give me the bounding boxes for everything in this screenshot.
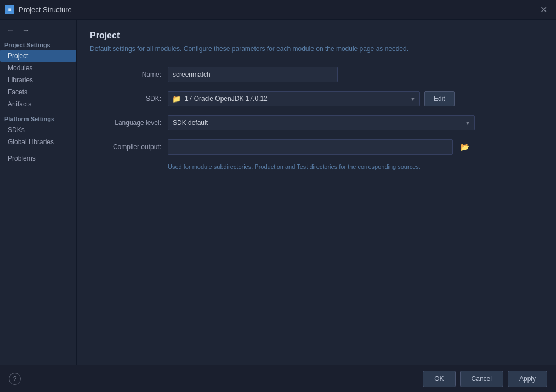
sdk-row: SDK: 📁 17 Oracle OpenJDK 17.0.12 ▼ Edit: [90, 91, 543, 106]
compiler-output-label: Compiler output:: [90, 143, 161, 151]
sidebar: ← → Project Settings Project Modules Lib…: [0, 20, 77, 365]
compiler-output-input[interactable]: [168, 139, 453, 155]
app-icon: ≡: [5, 5, 14, 14]
sidebar-item-artifacts[interactable]: Artifacts: [0, 98, 76, 110]
sdk-folder-icon: 📁: [172, 94, 181, 103]
sidebar-item-global-libraries[interactable]: Global Libraries: [0, 136, 76, 148]
sidebar-item-problems[interactable]: Problems: [0, 152, 76, 164]
language-level-select[interactable]: SDK default: [168, 115, 475, 130]
sidebar-item-project[interactable]: Project: [0, 50, 76, 62]
sidebar-item-modules[interactable]: Modules: [0, 62, 76, 74]
sidebar-item-libraries[interactable]: Libraries: [0, 74, 76, 86]
sdk-edit-button[interactable]: Edit: [424, 91, 455, 106]
language-level-row: Language level: SDK default ▼: [90, 115, 543, 130]
bottom-action-buttons: OK Cancel Apply: [423, 371, 547, 387]
sdk-select-container: 📁 17 Oracle OpenJDK 17.0.12 ▼: [168, 91, 420, 106]
titlebar: ≡ Project Structure ✕: [0, 0, 556, 20]
compiler-output-controls: 📂: [168, 139, 472, 155]
sidebar-item-facets[interactable]: Facets: [0, 86, 76, 98]
nav-back-forward: ← →: [0, 22, 76, 37]
sdk-label: SDK:: [90, 95, 161, 103]
bottom-bar: ? OK Cancel Apply: [0, 365, 556, 392]
content-title: Project: [90, 31, 543, 41]
cancel-button[interactable]: Cancel: [460, 371, 503, 387]
close-button[interactable]: ✕: [537, 2, 551, 17]
apply-button[interactable]: Apply: [508, 371, 547, 387]
compiler-hint: Used for module subdirectories. Producti…: [168, 163, 543, 170]
compiler-output-folder-button[interactable]: 📂: [457, 140, 472, 154]
help-button[interactable]: ?: [9, 373, 21, 385]
folder-icon: 📂: [460, 143, 469, 151]
titlebar-title: Project Structure: [19, 5, 537, 14]
project-settings-section-label: Project Settings: [0, 37, 76, 50]
language-level-label: Language level:: [90, 119, 161, 127]
language-level-select-container: SDK default ▼: [168, 115, 475, 130]
sdk-controls: 📁 17 Oracle OpenJDK 17.0.12 ▼ Edit: [168, 91, 455, 106]
name-label: Name:: [90, 71, 161, 78]
name-row: Name:: [90, 67, 543, 82]
content-area: Project Default settings for all modules…: [77, 20, 556, 365]
compiler-output-row: Compiler output: 📂: [90, 139, 543, 155]
nav-back-button[interactable]: ←: [4, 25, 16, 35]
content-description: Default settings for all modules. Config…: [90, 44, 543, 54]
name-input[interactable]: [168, 67, 338, 82]
main-layout: ← → Project Settings Project Modules Lib…: [0, 20, 556, 365]
platform-settings-section-label: Platform Settings: [0, 110, 76, 124]
sidebar-item-sdks[interactable]: SDKs: [0, 124, 76, 136]
ok-button[interactable]: OK: [423, 371, 455, 387]
nav-forward-button[interactable]: →: [20, 25, 32, 35]
sdk-select[interactable]: 17 Oracle OpenJDK 17.0.12: [168, 91, 420, 106]
